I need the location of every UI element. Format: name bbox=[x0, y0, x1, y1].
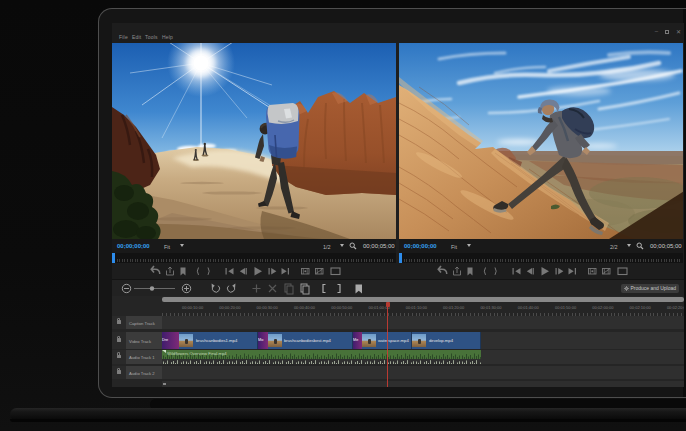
svg-text:Wildflowers Overview Final.mp4: Wildflowers Overview Final.mp4 bbox=[167, 351, 227, 356]
